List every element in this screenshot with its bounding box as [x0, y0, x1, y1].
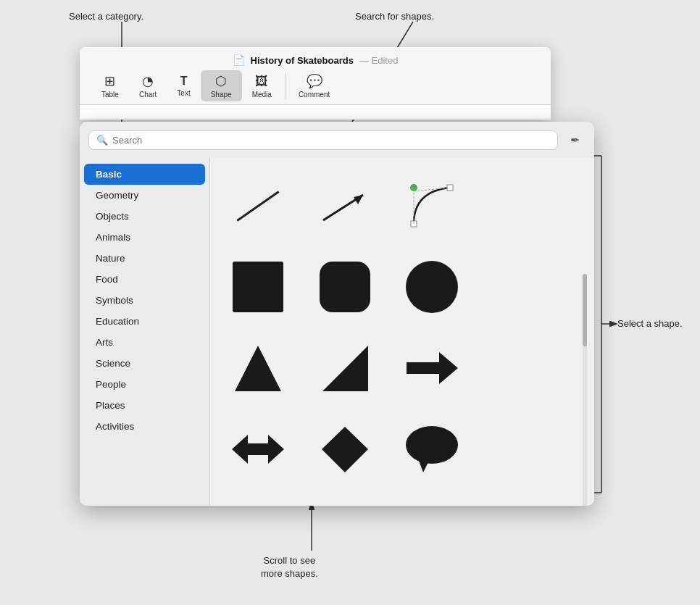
- annotation-select-shape: Select a shape.: [617, 317, 683, 330]
- square-shape: [233, 262, 283, 312]
- shape-star[interactable]: [396, 494, 468, 506]
- toolbar-shape[interactable]: ⬡ Shape: [201, 70, 242, 101]
- sidebar-item-nature[interactable]: Nature: [84, 248, 205, 269]
- shape-line[interactable]: [222, 170, 294, 242]
- svg-line-14: [414, 188, 450, 191]
- shape-bezier[interactable]: [396, 170, 468, 242]
- double-arrow-shape: [229, 429, 287, 470]
- svg-point-20: [406, 426, 458, 464]
- media-icon: 🖼: [255, 74, 268, 89]
- bezier-shape: [403, 177, 461, 235]
- svg-point-12: [410, 184, 417, 191]
- shape-right-triangle[interactable]: [309, 332, 381, 404]
- shape-diamond[interactable]: [309, 413, 381, 485]
- shape-triangle[interactable]: [222, 332, 294, 404]
- document-icon: 📄: [233, 54, 245, 66]
- shapes-row-1: [222, 170, 583, 242]
- right-triangle-shape: [319, 342, 371, 394]
- line-shape: [236, 191, 279, 222]
- diamond-shape: [319, 423, 371, 475]
- toolbar-text[interactable]: T Text: [167, 72, 200, 100]
- shapes-row-4: [222, 413, 583, 485]
- annotation-scroll-more: Scroll to seemore shapes.: [261, 554, 318, 580]
- sidebar: Basic Geometry Objects Animals Nature Fo…: [80, 158, 210, 506]
- shape-icon: ⬡: [215, 73, 227, 89]
- toolbar-table[interactable]: ⊞ Table: [91, 70, 129, 101]
- scrollbar-thumb[interactable]: [583, 274, 587, 346]
- svg-marker-17: [407, 352, 458, 384]
- sidebar-item-science[interactable]: Science: [84, 353, 205, 374]
- pentagon-shape: [319, 504, 371, 506]
- rounded-square-arrow-shape: [229, 504, 287, 506]
- sidebar-item-education[interactable]: Education: [84, 311, 205, 332]
- shapes-row-5: [222, 494, 583, 506]
- sidebar-item-places[interactable]: Places: [84, 395, 205, 416]
- shape-speech-bubble[interactable]: [396, 413, 468, 485]
- sidebar-item-arts[interactable]: Arts: [84, 332, 205, 353]
- sidebar-item-geometry[interactable]: Geometry: [84, 185, 205, 206]
- search-input-wrapper[interactable]: 🔍: [88, 130, 558, 150]
- annotation-select-category: Select a category.: [69, 10, 143, 23]
- shapes-row-3: [222, 332, 583, 404]
- annotation-search-shapes: Search for shapes.: [355, 10, 434, 23]
- toolbar-divider: [285, 73, 286, 99]
- shape-rounded-rect[interactable]: [309, 251, 381, 323]
- sidebar-item-animals[interactable]: Animals: [84, 227, 205, 248]
- shapes-area: [210, 158, 594, 506]
- svg-marker-15: [235, 346, 281, 391]
- title-bar-container: 📄 History of Skateboards — Edited ⊞ Tabl…: [80, 47, 551, 120]
- shape-rounded-square-arrow[interactable]: [222, 494, 294, 506]
- picker-body: Basic Geometry Objects Animals Nature Fo…: [80, 158, 594, 506]
- shapes-row-2: [222, 251, 583, 323]
- shape-picker: 🔍 ✒ Basic Geometry Objects Animals Natur…: [80, 122, 594, 506]
- sidebar-item-activities[interactable]: Activities: [84, 416, 205, 437]
- sidebar-item-symbols[interactable]: Symbols: [84, 290, 205, 311]
- search-icon: 🔍: [96, 135, 108, 146]
- rounded-rect-shape: [320, 262, 370, 312]
- chart-icon: ◔: [142, 73, 154, 89]
- comment-icon: 💬: [307, 73, 322, 89]
- pen-button[interactable]: ✒: [564, 129, 586, 151]
- shape-square[interactable]: [222, 251, 294, 323]
- toolbar: ⊞ Table ◔ Chart T Text ⬡ Shape 🖼 Media 💬: [91, 70, 539, 104]
- table-icon: ⊞: [104, 73, 115, 89]
- star-shape: [406, 504, 458, 506]
- svg-marker-19: [322, 427, 368, 472]
- sidebar-item-basic[interactable]: Basic: [84, 164, 205, 185]
- search-input[interactable]: [112, 135, 550, 146]
- pen-icon: ✒: [570, 133, 580, 147]
- text-icon: T: [180, 75, 188, 88]
- shape-line-arrow[interactable]: [309, 170, 381, 242]
- toolbar-comment[interactable]: 💬 Comment: [288, 70, 340, 101]
- shape-double-arrow[interactable]: [222, 413, 294, 485]
- speech-bubble-shape: [403, 423, 461, 475]
- edited-label: — Edited: [359, 55, 398, 66]
- shape-pentagon[interactable]: [309, 494, 381, 506]
- search-bar: 🔍 ✒: [80, 122, 594, 158]
- shape-arrow[interactable]: [396, 332, 468, 404]
- document-title: History of Skateboards: [251, 55, 354, 66]
- svg-marker-18: [232, 435, 284, 464]
- svg-marker-16: [322, 346, 368, 391]
- arrow-shape: [403, 346, 461, 390]
- sidebar-item-objects[interactable]: Objects: [84, 206, 205, 227]
- triangle-shape: [232, 342, 284, 394]
- sidebar-item-food[interactable]: Food: [84, 269, 205, 290]
- sidebar-item-people[interactable]: People: [84, 374, 205, 395]
- toolbar-media[interactable]: 🖼 Media: [242, 71, 282, 101]
- toolbar-chart[interactable]: ◔ Chart: [129, 70, 167, 101]
- line-arrow-shape: [316, 184, 374, 228]
- svg-marker-21: [419, 461, 429, 472]
- shape-circle[interactable]: [396, 251, 468, 323]
- circle-shape: [406, 261, 458, 313]
- scrollbar-track[interactable]: [583, 274, 587, 506]
